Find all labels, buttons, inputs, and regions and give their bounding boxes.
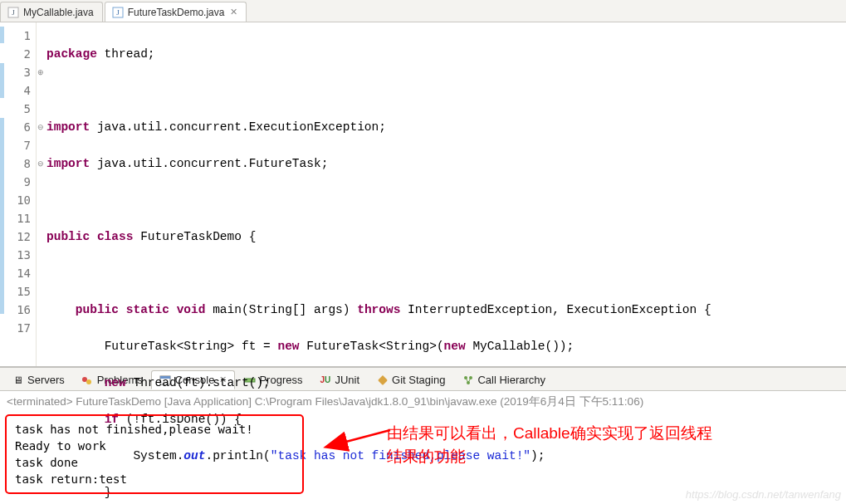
fold-collapse-icon[interactable]: ⊖ — [37, 154, 44, 173]
servers-icon: 🖥 — [12, 374, 24, 386]
tab-label: MyCallable.java — [23, 7, 94, 18]
java-file-icon: J — [112, 7, 124, 18]
overview-ruler — [0, 22, 12, 366]
close-icon[interactable]: ✕ — [230, 7, 237, 17]
fold-gutter: ⊕ ⊖ ⊖ — [37, 22, 46, 366]
console-line: Ready to work — [15, 438, 294, 454]
console-line: task has not finished,please wait! — [15, 421, 294, 438]
console-line: task return:test — [15, 471, 294, 487]
watermark: https://blog.csdn.net/tanwenfang — [686, 488, 841, 501]
code-content[interactable]: package thread; import java.util.concurr… — [46, 22, 846, 366]
tab-futuretaskdemo[interactable]: J FutureTaskDemo.java ✕ — [105, 2, 247, 22]
console-line: task done — [15, 454, 294, 471]
fold-expand-icon[interactable]: ⊕ — [37, 63, 44, 81]
console-output[interactable]: task has not finished,please wait! Ready… — [5, 414, 304, 494]
annotation-arrow-icon — [320, 423, 394, 452]
line-number-gutter: 1234 5678 9101112 13141516 17 — [12, 22, 37, 366]
svg-text:J: J — [116, 8, 120, 17]
code-editor[interactable]: 1234 5678 9101112 13141516 17 ⊕ ⊖ ⊖ pack… — [0, 22, 846, 366]
tab-mycallable[interactable]: J MyCallable.java — [0, 2, 103, 22]
java-file-icon: J — [7, 7, 19, 18]
svg-text:J: J — [12, 8, 15, 17]
svg-line-13 — [327, 430, 390, 447]
annotation-text: 由结果可以看出，Callable确实实现了返回线程 结果的功能 — [387, 422, 712, 468]
tab-label: FutureTaskDemo.java — [128, 7, 225, 18]
editor-tabs: J MyCallable.java J FutureTaskDemo.java … — [0, 0, 846, 22]
fold-collapse-icon[interactable]: ⊖ — [37, 118, 44, 136]
